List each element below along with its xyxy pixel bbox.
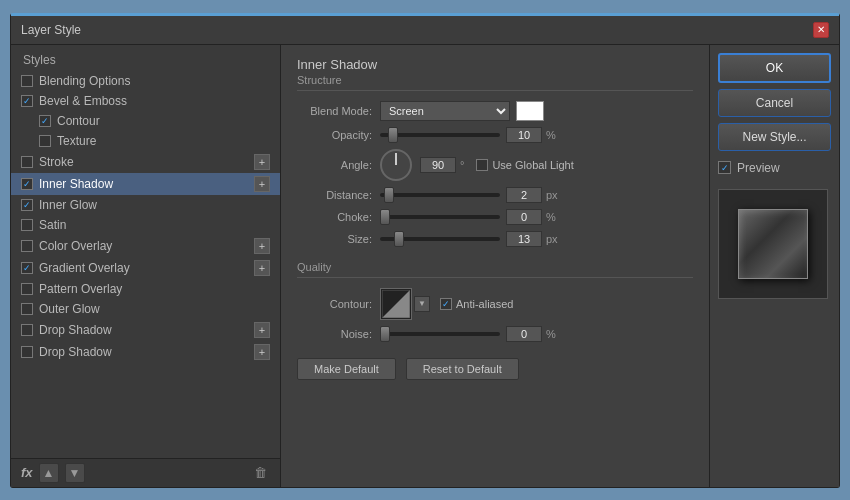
- noise-input[interactable]: [506, 326, 542, 342]
- size-slider-thumb[interactable]: [394, 231, 404, 247]
- choke-row: Choke: %: [297, 209, 693, 225]
- left-panel: Styles Blending Options✓Bevel & Emboss✓C…: [11, 45, 281, 487]
- contour-preview[interactable]: [380, 288, 412, 320]
- label-drop-shadow-2: Drop Shadow: [39, 345, 112, 359]
- label-color-overlay: Color Overlay: [39, 239, 112, 253]
- label-drop-shadow-1: Drop Shadow: [39, 323, 112, 337]
- delete-button[interactable]: 🗑: [250, 463, 270, 483]
- sidebar-item-drop-shadow-2[interactable]: Drop Shadow+: [11, 341, 280, 363]
- move-up-button[interactable]: ▲: [39, 463, 59, 483]
- choke-unit: %: [546, 211, 556, 223]
- blend-mode-row: Blend Mode: Screen Normal Multiply Overl…: [297, 101, 693, 121]
- checkbox-inner-shadow[interactable]: ✓: [21, 178, 33, 190]
- sidebar-item-gradient-overlay[interactable]: ✓Gradient Overlay+: [11, 257, 280, 279]
- plus-btn-color-overlay[interactable]: +: [254, 238, 270, 254]
- opacity-input[interactable]: [506, 127, 542, 143]
- sidebar-item-bevel-emboss[interactable]: ✓Bevel & Emboss: [11, 91, 280, 111]
- label-blending-options: Blending Options: [39, 74, 130, 88]
- angle-input[interactable]: [420, 157, 456, 173]
- label-contour: Contour: [57, 114, 100, 128]
- plus-btn-drop-shadow-2[interactable]: +: [254, 344, 270, 360]
- reset-default-button[interactable]: Reset to Default: [406, 358, 519, 380]
- blend-mode-label: Blend Mode:: [297, 105, 372, 117]
- checkbox-gradient-overlay[interactable]: ✓: [21, 262, 33, 274]
- bottom-toolbar: fx ▲ ▼ 🗑: [11, 458, 280, 487]
- preview-container: ✓ Preview: [718, 157, 831, 179]
- angle-label: Angle:: [297, 159, 372, 171]
- angle-dial[interactable]: [380, 149, 412, 181]
- checkbox-drop-shadow-1[interactable]: [21, 324, 33, 336]
- sidebar-item-stroke[interactable]: Stroke+: [11, 151, 280, 173]
- sidebar-item-drop-shadow-1[interactable]: Drop Shadow+: [11, 319, 280, 341]
- use-global-light-checkbox[interactable]: [476, 159, 488, 171]
- noise-row: Noise: %: [297, 326, 693, 342]
- preview-checkbox[interactable]: ✓: [718, 161, 731, 174]
- checkbox-color-overlay[interactable]: [21, 240, 33, 252]
- label-satin: Satin: [39, 218, 66, 232]
- anti-aliased-checkbox[interactable]: ✓: [440, 298, 452, 310]
- styles-list[interactable]: Blending Options✓Bevel & Emboss✓ContourT…: [11, 71, 280, 458]
- contour-dropdown-btn[interactable]: ▼: [414, 296, 430, 312]
- blend-mode-select[interactable]: Screen Normal Multiply Overlay: [380, 101, 510, 121]
- styles-header: Styles: [11, 45, 280, 71]
- ok-button[interactable]: OK: [718, 53, 831, 83]
- section-subtitle: Structure: [297, 74, 693, 91]
- blend-color-swatch[interactable]: [516, 101, 544, 121]
- size-input[interactable]: [506, 231, 542, 247]
- choke-slider-track[interactable]: [380, 215, 500, 219]
- new-style-button[interactable]: New Style...: [718, 123, 831, 151]
- dialog-body: Styles Blending Options✓Bevel & Emboss✓C…: [11, 45, 839, 487]
- angle-unit: °: [460, 159, 464, 171]
- make-default-button[interactable]: Make Default: [297, 358, 396, 380]
- checkbox-bevel-emboss[interactable]: ✓: [21, 95, 33, 107]
- plus-btn-gradient-overlay[interactable]: +: [254, 260, 270, 276]
- sidebar-item-inner-shadow[interactable]: ✓Inner Shadow+: [11, 173, 280, 195]
- checkbox-contour[interactable]: ✓: [39, 115, 51, 127]
- cancel-button[interactable]: Cancel: [718, 89, 831, 117]
- choke-slider-thumb[interactable]: [380, 209, 390, 225]
- move-down-button[interactable]: ▼: [65, 463, 85, 483]
- sidebar-item-blending-options[interactable]: Blending Options: [11, 71, 280, 91]
- plus-btn-stroke[interactable]: +: [254, 154, 270, 170]
- close-button[interactable]: ✕: [813, 22, 829, 38]
- label-inner-shadow: Inner Shadow: [39, 177, 113, 191]
- noise-slider-thumb[interactable]: [380, 326, 390, 342]
- quality-title: Quality: [297, 261, 693, 278]
- main-panel: Inner Shadow Structure Blend Mode: Scree…: [281, 45, 709, 487]
- distance-label: Distance:: [297, 189, 372, 201]
- checkbox-stroke[interactable]: [21, 156, 33, 168]
- distance-input[interactable]: [506, 187, 542, 203]
- layer-style-dialog: Layer Style ✕ Styles Blending Options✓Be…: [10, 13, 840, 488]
- distance-slider-thumb[interactable]: [384, 187, 394, 203]
- checkbox-satin[interactable]: [21, 219, 33, 231]
- sidebar-item-outer-glow[interactable]: Outer Glow: [11, 299, 280, 319]
- plus-btn-drop-shadow-1[interactable]: +: [254, 322, 270, 338]
- opacity-slider-track[interactable]: [380, 133, 500, 137]
- choke-label: Choke:: [297, 211, 372, 223]
- sidebar-item-satin[interactable]: Satin: [11, 215, 280, 235]
- checkbox-pattern-overlay[interactable]: [21, 283, 33, 295]
- sidebar-item-inner-glow[interactable]: ✓Inner Glow: [11, 195, 280, 215]
- preview-canvas: [718, 189, 828, 299]
- size-row: Size: px: [297, 231, 693, 247]
- preview-inner: [738, 209, 808, 279]
- sidebar-item-contour[interactable]: ✓Contour: [11, 111, 280, 131]
- checkbox-blending-options[interactable]: [21, 75, 33, 87]
- checkbox-inner-glow[interactable]: ✓: [21, 199, 33, 211]
- checkbox-texture[interactable]: [39, 135, 51, 147]
- choke-input[interactable]: [506, 209, 542, 225]
- opacity-unit: %: [546, 129, 556, 141]
- size-slider-track[interactable]: [380, 237, 500, 241]
- contour-label: Contour:: [297, 298, 372, 310]
- sidebar-item-color-overlay[interactable]: Color Overlay+: [11, 235, 280, 257]
- checkbox-outer-glow[interactable]: [21, 303, 33, 315]
- sidebar-item-texture[interactable]: Texture: [11, 131, 280, 151]
- checkbox-drop-shadow-2[interactable]: [21, 346, 33, 358]
- plus-btn-inner-shadow[interactable]: +: [254, 176, 270, 192]
- opacity-slider-thumb[interactable]: [388, 127, 398, 143]
- distance-slider-track[interactable]: [380, 193, 500, 197]
- sidebar-item-pattern-overlay[interactable]: Pattern Overlay: [11, 279, 280, 299]
- label-inner-glow: Inner Glow: [39, 198, 97, 212]
- size-label: Size:: [297, 233, 372, 245]
- noise-slider-track[interactable]: [380, 332, 500, 336]
